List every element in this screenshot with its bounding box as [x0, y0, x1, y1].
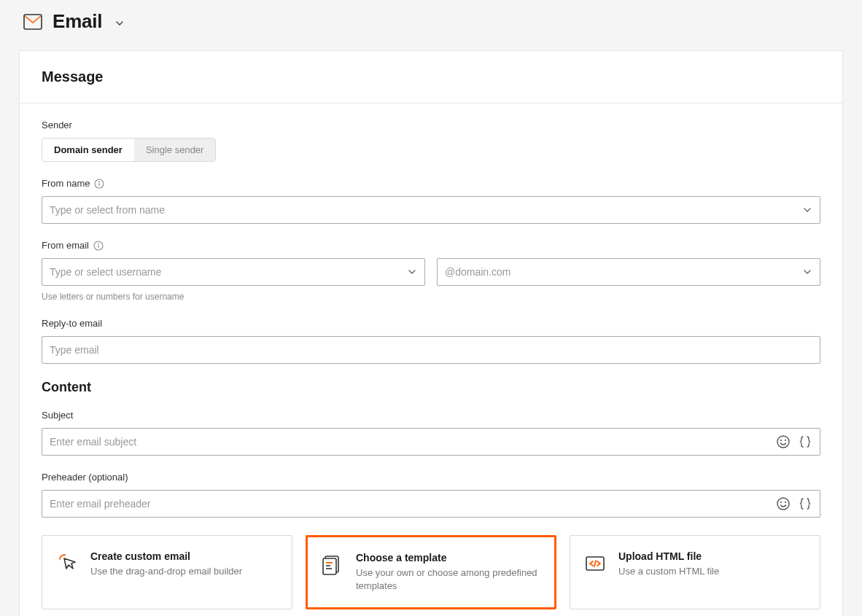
svg-rect-6: [98, 245, 98, 248]
from-email-label: From email: [42, 240, 89, 251]
svg-point-2: [99, 181, 101, 182]
from-name-input[interactable]: [50, 204, 793, 216]
from-name-select[interactable]: [42, 196, 820, 224]
option-desc: Use a custom HTML file: [618, 565, 719, 578]
subject-label: Subject: [42, 410, 820, 421]
page-header: Email: [0, 0, 862, 44]
svg-point-11: [780, 502, 782, 503]
svg-point-10: [777, 498, 789, 510]
preheader-field: Preheader (optional): [42, 472, 820, 518]
chevron-down-icon: [407, 267, 417, 277]
page-title: Email: [53, 10, 102, 33]
reply-to-input[interactable]: [50, 344, 812, 356]
svg-point-12: [785, 502, 786, 503]
content-options: Create custom email Use the drag-and-dro…: [42, 535, 820, 609]
emoji-icon[interactable]: [776, 496, 791, 511]
message-heading: Message: [42, 69, 820, 85]
upload-html-card[interactable]: Upload HTML file Use a custom HTML file: [570, 535, 820, 609]
svg-point-9: [785, 440, 786, 441]
from-name-label: From name: [42, 178, 90, 189]
subject-input[interactable]: [50, 436, 812, 448]
sender-type-segmented: Domain sender Single sender: [42, 138, 216, 162]
svg-line-19: [594, 561, 596, 566]
envelope-icon: [23, 14, 42, 30]
cursor-click-icon: [55, 550, 79, 594]
info-icon[interactable]: [94, 179, 104, 189]
sender-field: Sender Domain sender Single sender: [42, 120, 820, 162]
content-heading: Content: [42, 380, 820, 395]
svg-point-5: [98, 243, 99, 244]
option-title: Upload HTML file: [618, 550, 719, 562]
from-email-domain-select[interactable]: [437, 258, 820, 286]
subject-field: Subject: [42, 410, 820, 456]
from-name-field: From name: [42, 178, 820, 224]
from-email-username-select[interactable]: [42, 258, 425, 286]
template-icon: [321, 552, 344, 593]
from-email-domain-input[interactable]: [445, 266, 793, 278]
braces-icon[interactable]: [798, 496, 812, 511]
braces-icon[interactable]: [798, 434, 812, 449]
chevron-down-icon: [802, 205, 812, 215]
single-sender-tab[interactable]: Single sender: [134, 138, 217, 162]
option-title: Create custom email: [90, 550, 242, 562]
sender-label: Sender: [42, 120, 820, 130]
preheader-label: Preheader (optional): [42, 472, 820, 483]
message-card: Message Sender Domain sender Single send…: [19, 50, 843, 616]
from-email-helper: Use letters or numbers for username: [42, 292, 820, 302]
svg-point-8: [780, 440, 782, 441]
option-title: Choose a template: [356, 552, 541, 564]
domain-sender-tab[interactable]: Domain sender: [42, 138, 134, 162]
title-dropdown[interactable]: [114, 17, 125, 29]
from-email-username-input[interactable]: [50, 266, 398, 278]
svg-rect-3: [99, 183, 100, 186]
svg-rect-14: [323, 558, 336, 574]
choose-template-card[interactable]: Choose a template Use your own or choose…: [306, 535, 556, 609]
emoji-icon[interactable]: [776, 434, 791, 449]
preheader-input[interactable]: [50, 498, 812, 510]
chevron-down-icon: [802, 267, 812, 277]
option-desc: Use your own or choose among predefined …: [356, 566, 541, 593]
svg-point-7: [777, 436, 789, 448]
create-custom-email-card[interactable]: Create custom email Use the drag-and-dro…: [42, 535, 292, 609]
reply-to-label: Reply-to email: [42, 318, 820, 329]
info-icon[interactable]: [93, 241, 104, 251]
from-email-field: From email Use letters or numbers for us…: [42, 240, 820, 302]
option-desc: Use the drag-and-drop email builder: [90, 565, 242, 578]
code-icon: [583, 550, 607, 594]
card-header: Message: [20, 51, 842, 104]
reply-to-field: Reply-to email: [42, 318, 820, 364]
